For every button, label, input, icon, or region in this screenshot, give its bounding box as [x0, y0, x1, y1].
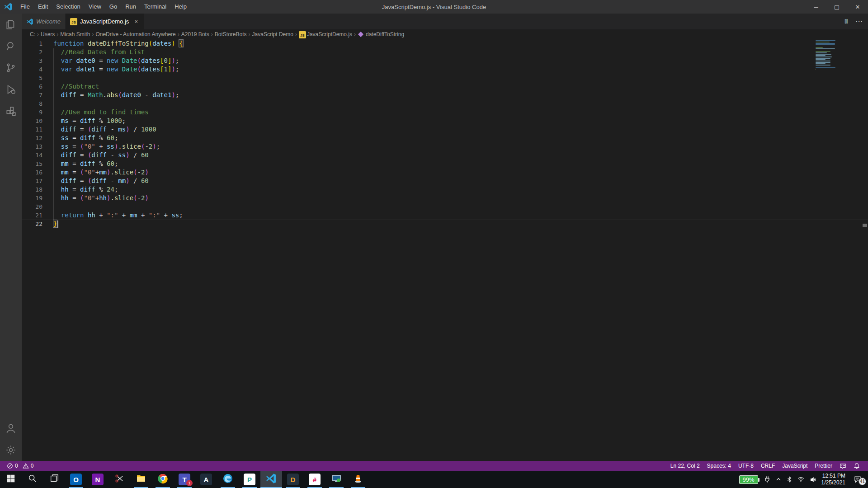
vlc-icon[interactable]	[347, 471, 369, 488]
minimap-line	[816, 65, 830, 66]
account-icon[interactable]	[0, 418, 22, 439]
code-text: hh = diff % 24;	[42, 185, 118, 194]
line-number: 20	[22, 202, 42, 211]
menu-edit[interactable]: Edit	[34, 0, 52, 14]
breadcrumb-separator: ›	[178, 31, 179, 38]
edge-icon-glyph	[222, 473, 233, 486]
breadcrumb-item[interactable]: dateDiffToString	[358, 31, 404, 38]
app-p-icon[interactable]: P	[239, 471, 260, 488]
breadcrumb-item[interactable]: JavaScript Demo	[252, 31, 293, 38]
menu-file[interactable]: File	[16, 0, 34, 14]
breadcrumb-item[interactable]: JSJavaScriptDemo.js	[299, 31, 352, 38]
taskbar-search-icon[interactable]	[22, 471, 43, 488]
tab-welcome[interactable]: Welcome	[22, 14, 66, 29]
code-line[interactable]: 17 diff = (diff - mm) / 60	[22, 177, 868, 185]
code-line[interactable]: 16 mm = ("0"+mm).slice(-2)	[22, 168, 868, 177]
code-text: ss = diff % 60;	[42, 134, 118, 142]
taskbar-clock[interactable]: 12:51 PM1/25/2021	[821, 473, 845, 486]
breadcrumb-item[interactable]: C:	[30, 31, 35, 38]
code-line[interactable]: 10 ms = diff % 1000;	[22, 117, 868, 125]
settings-gear-icon[interactable]	[0, 439, 22, 461]
code-line[interactable]: 7 diff = Math.abs(date0 - date1);	[22, 91, 868, 99]
minimap[interactable]	[816, 40, 861, 70]
vscode-icon[interactable]	[260, 471, 282, 488]
code-line[interactable]: 18 hh = diff % 24;	[22, 185, 868, 194]
breadcrumb-item[interactable]: OneDrive - Automation Anywhere	[95, 31, 175, 38]
chevron-up-icon[interactable]	[775, 476, 782, 483]
code-line[interactable]: 11 diff = (diff - ms) / 1000	[22, 125, 868, 134]
edge-icon[interactable]	[217, 471, 239, 488]
menu-view[interactable]: View	[85, 0, 105, 14]
code-line[interactable]: 15 mm = diff % 60;	[22, 160, 868, 168]
code-line[interactable]: 12 ss = diff % 60;	[22, 134, 868, 142]
code-line[interactable]: 2 //Read Dates from List	[22, 48, 868, 56]
task-view-icon[interactable]	[43, 471, 65, 488]
minimap-line	[816, 44, 835, 45]
search-icon[interactable]	[0, 35, 22, 57]
status-formatter[interactable]: Prettier	[811, 461, 836, 471]
chrome-icon[interactable]	[152, 471, 174, 488]
wifi-icon[interactable]	[797, 476, 805, 483]
slack-icon[interactable]: #	[304, 471, 326, 488]
source-control-icon[interactable]	[0, 57, 22, 79]
split-editor-icon[interactable]: ⫿⫿	[841, 16, 852, 27]
status-encoding[interactable]: UTF-8	[735, 461, 757, 471]
code-text: diff = (diff - ms) / 1000	[42, 125, 156, 134]
code-line[interactable]: 8	[22, 99, 868, 108]
code-line[interactable]: 1function dateDiffToString(dates) {	[22, 39, 868, 48]
menu-help[interactable]: Help	[170, 0, 191, 14]
status-eol-sequence[interactable]: CRLF	[757, 461, 778, 471]
run-debug-icon[interactable]	[0, 79, 22, 100]
file-explorer-icon[interactable]	[130, 471, 152, 488]
start-button[interactable]	[0, 471, 22, 488]
bluetooth-icon[interactable]	[786, 476, 793, 483]
app-a-icon[interactable]: A	[195, 471, 217, 488]
maximize-button[interactable]: ▢	[826, 0, 847, 14]
battery-indicator[interactable]: 99%	[739, 475, 758, 484]
code-line[interactable]: 20	[22, 202, 868, 211]
remote-desktop-icon[interactable]	[326, 471, 347, 488]
code-line[interactable]: 19 hh = ("0"+hh).slice(-2)	[22, 194, 868, 202]
menu-terminal[interactable]: Terminal	[140, 0, 170, 14]
feedback-icon[interactable]	[836, 461, 850, 471]
volume-icon[interactable]	[809, 476, 817, 483]
onenote-icon[interactable]: N	[87, 471, 108, 488]
status-cursor-position[interactable]: Ln 22, Col 2	[667, 461, 703, 471]
breadcrumb-item[interactable]: Users	[41, 31, 55, 38]
code-line[interactable]: 3 var date0 = new Date(dates[0]);	[22, 56, 868, 65]
code-line[interactable]: 6 //Subtract	[22, 82, 868, 91]
more-actions-icon[interactable]: ⋯	[854, 16, 864, 27]
files-icon[interactable]	[0, 14, 22, 35]
automation-app-icon[interactable]: D	[282, 471, 304, 488]
code-line[interactable]: 4 var date1 = new Date(dates[1]);	[22, 65, 868, 74]
close-tab-icon[interactable]: ×	[132, 18, 140, 25]
code-line[interactable]: 9 //Use mod to find times	[22, 108, 868, 117]
code-line[interactable]: 5	[22, 74, 868, 82]
breadcrumb-item[interactable]: A2019 Bots	[181, 31, 209, 38]
extensions-icon[interactable]	[0, 100, 22, 122]
plug-icon[interactable]	[764, 476, 771, 483]
menu-go[interactable]: Go	[105, 0, 121, 14]
bell-icon[interactable]	[850, 461, 863, 471]
breadcrumb-item[interactable]: BotStoreBots	[215, 31, 247, 38]
close-button[interactable]: ✕	[847, 0, 868, 14]
menu-selection[interactable]: Selection	[52, 0, 84, 14]
code-editor[interactable]: 1function dateDiffToString(dates) {2 //R…	[22, 39, 868, 461]
code-line[interactable]: 14 diff = (diff - ss) / 60	[22, 151, 868, 160]
snipping-tool-icon[interactable]	[108, 471, 130, 488]
tab-javascriptdemo-js[interactable]: JSJavaScriptDemo.js×	[66, 14, 145, 29]
teams-icon[interactable]: T1	[174, 471, 195, 488]
line-number: 21	[22, 211, 42, 220]
breadcrumb-item[interactable]: Micah Smith	[60, 31, 90, 38]
problems-indicator[interactable]: 0 0	[5, 461, 36, 471]
status-language-mode[interactable]: JavaScript	[778, 461, 811, 471]
code-line[interactable]: 13 ss = ("0" + ss).slice(-2);	[22, 142, 868, 151]
minimap-line	[816, 55, 826, 56]
code-line[interactable]: 22}	[22, 220, 868, 228]
minimize-button[interactable]: ─	[806, 0, 826, 14]
code-line[interactable]: 21 return hh + ":" + mm + ":" + ss;	[22, 211, 868, 220]
menu-run[interactable]: Run	[121, 0, 140, 14]
outlook-icon[interactable]: O	[65, 471, 87, 488]
status-indentation[interactable]: Spaces: 4	[703, 461, 735, 471]
notification-center-icon[interactable]: 41	[850, 475, 865, 483]
